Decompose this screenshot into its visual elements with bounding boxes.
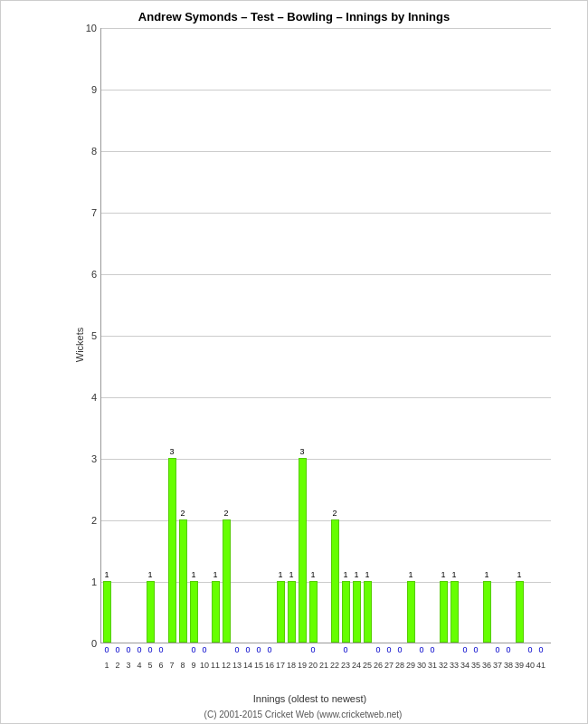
bar-32: 1 — [440, 581, 448, 643]
bar-29: 1 — [407, 581, 415, 643]
x-tick-23: 23 — [341, 661, 350, 670]
bar-group-8: 28 — [177, 519, 188, 643]
bar-bot-label-3: 0 — [126, 645, 130, 654]
x-tick-8: 8 — [180, 661, 185, 670]
x-tick-20: 20 — [308, 661, 318, 670]
bar-bot-label-2: 0 — [115, 645, 119, 654]
x-tick-1: 1 — [104, 661, 109, 670]
x-tick-15: 15 — [254, 661, 263, 670]
bar-group-29: 129 — [405, 581, 416, 643]
bar-1: 1 — [103, 581, 111, 643]
gridline-8 — [101, 151, 551, 152]
gridline-7 — [101, 213, 551, 214]
bar-11: 1 — [212, 581, 220, 643]
bar-bot-label-31: 0 — [430, 645, 434, 654]
bar-top-label-24: 1 — [354, 570, 358, 579]
x-tick-26: 26 — [374, 661, 383, 670]
bar-group-22: 222 — [329, 519, 340, 643]
x-tick-31: 31 — [428, 661, 437, 670]
bar-bot-label-15: 0 — [256, 645, 261, 654]
chart-title: Andrew Symonds – Test – Bowling – Inning… — [10, 10, 578, 24]
bar-bot-label-40: 0 — [527, 645, 532, 654]
bar-bot-label-6: 0 — [158, 645, 163, 654]
x-tick-29: 29 — [406, 661, 415, 670]
bar-39: 1 — [516, 581, 524, 643]
bar-group-7: 37 — [166, 458, 177, 643]
x-tick-2: 2 — [115, 661, 119, 670]
bar-7: 3 — [168, 458, 176, 643]
bar-bot-label-5: 0 — [147, 645, 152, 654]
bar-bot-label-10: 0 — [202, 645, 206, 654]
gridline-9 — [101, 90, 551, 90]
bar-bot-label-38: 0 — [506, 645, 510, 654]
x-tick-18: 18 — [287, 661, 296, 670]
bar-top-label-32: 1 — [441, 570, 445, 579]
x-tick-25: 25 — [363, 661, 372, 670]
bar-bot-label-4: 0 — [137, 645, 141, 654]
bar-bot-label-35: 0 — [473, 645, 478, 654]
bar-bot-label-30: 0 — [419, 645, 423, 654]
gridline-5 — [101, 336, 551, 337]
x-tick-5: 5 — [147, 661, 152, 670]
gridline-10 — [101, 28, 551, 29]
x-tick-12: 12 — [222, 661, 231, 670]
gridline-6 — [101, 274, 551, 275]
x-tick-27: 27 — [384, 661, 394, 670]
x-tick-33: 33 — [450, 661, 459, 670]
bar-top-label-17: 1 — [278, 570, 282, 579]
x-tick-36: 36 — [482, 661, 491, 670]
copyright-text: (C) 2001-2015 Cricket Web (www.cricketwe… — [10, 710, 588, 719]
chart-area: 0123456789101010203041050637281090101112… — [100, 28, 551, 643]
x-tick-9: 9 — [191, 661, 195, 670]
x-tick-6: 6 — [158, 661, 163, 670]
bar-bot-label-16: 0 — [267, 645, 271, 654]
bar-group-33: 133 — [449, 581, 460, 643]
y-tick-label-7: 7 — [70, 207, 97, 218]
bar-top-label-29: 1 — [408, 570, 413, 579]
x-tick-16: 16 — [265, 661, 274, 670]
x-tick-21: 21 — [319, 661, 328, 670]
bar-23: 1 — [342, 581, 350, 643]
bar-top-label-1: 1 — [104, 570, 109, 579]
bar-top-label-7: 3 — [169, 447, 174, 456]
bar-group-20: 1020 — [308, 581, 318, 643]
bar-top-label-11: 1 — [213, 570, 217, 579]
bar-8: 2 — [179, 519, 187, 643]
x-tick-11: 11 — [211, 661, 220, 670]
y-tick-label-1: 1 — [70, 576, 97, 587]
x-tick-39: 39 — [515, 661, 524, 670]
bar-group-19: 319 — [297, 458, 308, 643]
bar-top-label-36: 1 — [484, 570, 488, 579]
bar-group-9: 109 — [188, 581, 199, 643]
x-tick-41: 41 — [536, 661, 545, 670]
bar-bot-label-23: 0 — [343, 645, 347, 654]
y-tick-label-9: 9 — [70, 84, 97, 95]
bar-bot-label-1: 0 — [104, 645, 109, 654]
bar-group-18: 118 — [286, 581, 297, 643]
bar-group-17: 117 — [275, 581, 286, 643]
bar-top-label-23: 1 — [343, 570, 347, 579]
bar-group-5: 105 — [145, 581, 156, 643]
bar-bot-label-9: 0 — [191, 645, 195, 654]
y-tick-label-0: 0 — [70, 638, 97, 649]
x-tick-38: 38 — [504, 661, 513, 670]
bar-top-label-20: 1 — [310, 570, 315, 579]
bar-top-label-5: 1 — [147, 570, 152, 579]
bar-group-39: 139 — [514, 581, 525, 643]
bar-12: 2 — [223, 519, 231, 643]
x-axis-label: Innings (oldest to newest) — [55, 693, 564, 704]
x-tick-30: 30 — [417, 661, 426, 670]
bar-bot-label-37: 0 — [495, 645, 499, 654]
bar-19: 3 — [299, 458, 307, 643]
bar-top-label-8: 2 — [180, 509, 185, 518]
bar-group-25: 125 — [362, 581, 373, 643]
bar-group-24: 124 — [351, 581, 362, 643]
gridline-4 — [101, 397, 551, 398]
y-tick-label-5: 5 — [70, 330, 97, 341]
bar-24: 1 — [353, 581, 361, 643]
x-tick-40: 40 — [526, 661, 535, 670]
bar-group-23: 1023 — [340, 581, 351, 643]
bar-top-label-9: 1 — [191, 570, 195, 579]
bar-top-label-33: 1 — [451, 570, 456, 579]
bar-group-32: 132 — [438, 581, 449, 643]
